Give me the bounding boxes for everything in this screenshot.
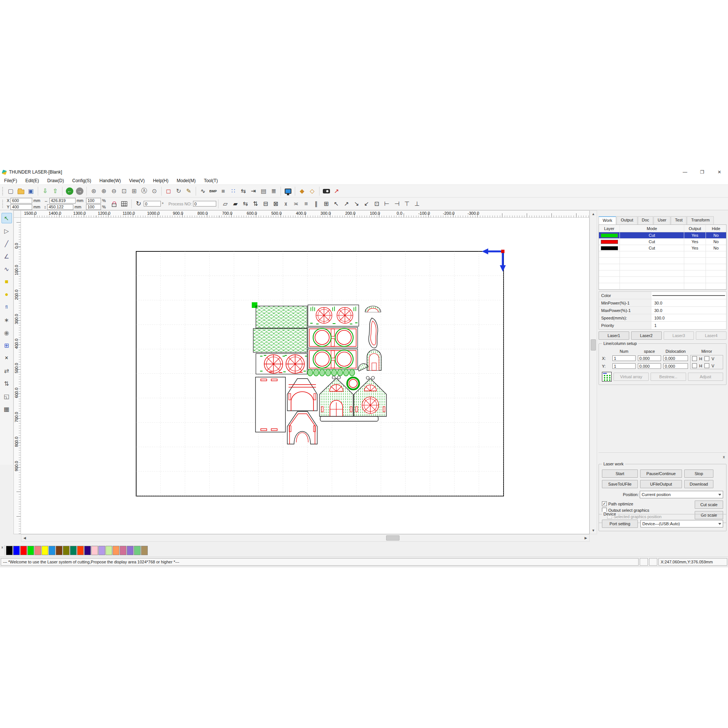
tab-transform[interactable]: Transform bbox=[687, 216, 714, 225]
mirror-h-icon[interactable]: ⇄ bbox=[2, 366, 12, 376]
shear-left-icon[interactable]: ▱ bbox=[220, 199, 231, 209]
laser-device-icon[interactable] bbox=[321, 186, 332, 196]
laser-point-icon[interactable]: ↗ bbox=[332, 186, 341, 196]
line-tool-icon[interactable]: ╱ bbox=[2, 238, 12, 249]
h-center-icon[interactable]: )( bbox=[281, 199, 291, 209]
start-button[interactable]: Start bbox=[602, 470, 638, 478]
menu-item-tool[interactable]: Tool(T) bbox=[200, 177, 222, 184]
palette-swatch[interactable] bbox=[41, 546, 48, 555]
layer-color-swatch[interactable] bbox=[601, 234, 618, 237]
tab-doc[interactable]: Doc bbox=[638, 216, 653, 225]
close-button[interactable]: ✕ bbox=[711, 168, 728, 177]
array-copy-icon[interactable]: ▦ bbox=[2, 404, 12, 414]
align-bottom-right-icon[interactable]: ↘ bbox=[352, 199, 362, 209]
vertical-scroll-thumb[interactable] bbox=[591, 339, 596, 350]
layer-color-button[interactable] bbox=[652, 295, 725, 296]
bmp-tool-icon[interactable]: BMP bbox=[208, 186, 218, 196]
port-setting-button[interactable]: Port setting bbox=[602, 520, 638, 528]
undo-icon[interactable]: ← bbox=[64, 186, 75, 196]
palette-swatch[interactable] bbox=[49, 546, 55, 555]
save-to-ufile-button[interactable]: SaveToUFile bbox=[602, 480, 638, 488]
tab-user[interactable]: User bbox=[653, 216, 670, 225]
palette-swatch[interactable] bbox=[141, 546, 148, 555]
layer-row[interactable]: CutYesNo bbox=[599, 245, 726, 251]
cut-scale-button[interactable]: Cut scale bbox=[695, 500, 723, 509]
num-field[interactable]: 1 bbox=[612, 355, 636, 361]
panel-close-icon[interactable]: x bbox=[721, 454, 726, 459]
frame-panel-bottom[interactable] bbox=[308, 349, 358, 370]
h-equal-space-icon[interactable]: ≡ bbox=[301, 199, 311, 209]
param-value[interactable]: 30.0 bbox=[651, 307, 726, 314]
tab-test[interactable]: Test bbox=[671, 216, 687, 225]
menu-item-edit[interactable]: Edit(E) bbox=[21, 177, 43, 184]
palette-swatch[interactable] bbox=[106, 546, 112, 555]
mirror-h-checkbox[interactable] bbox=[692, 356, 697, 361]
zoom-page-icon[interactable]: ⊡ bbox=[119, 186, 129, 196]
menu-item-file[interactable]: File(F) bbox=[0, 177, 21, 184]
array-preview-icon[interactable] bbox=[602, 372, 612, 382]
width-field[interactable]: 426.819 bbox=[49, 198, 76, 203]
pause-continue-button[interactable]: Pause/Continue bbox=[640, 470, 682, 478]
download-button[interactable]: Download bbox=[684, 480, 713, 488]
wall-panel-left[interactable] bbox=[256, 353, 307, 374]
layer-hide-cell[interactable]: No bbox=[706, 245, 726, 251]
tab-work[interactable]: Work bbox=[598, 216, 616, 225]
wall-panel-right-top[interactable] bbox=[308, 305, 359, 326]
maximize-button[interactable]: ❐ bbox=[694, 168, 711, 177]
same-both-icon[interactable]: ⊠ bbox=[271, 199, 281, 209]
bestrew-button[interactable]: Bestrew... bbox=[650, 373, 686, 381]
menu-item-draw[interactable]: Draw(D) bbox=[43, 177, 68, 184]
height-field[interactable]: 450.122 bbox=[47, 204, 73, 210]
layer-output-cell[interactable]: Yes bbox=[684, 239, 706, 245]
align-bottom-left-icon[interactable]: ↙ bbox=[362, 199, 372, 209]
scroll-right-icon[interactable]: ▶ bbox=[583, 535, 589, 541]
menu-item-help[interactable]: Help(H) bbox=[149, 177, 173, 184]
layer-row[interactable]: CutYesNo bbox=[599, 232, 726, 239]
menu-item-model[interactable]: Model(M) bbox=[173, 177, 200, 184]
align-top-icon[interactable]: ⊤ bbox=[402, 199, 412, 209]
layer-color-cell[interactable] bbox=[599, 239, 620, 245]
panel-splitter[interactable] bbox=[598, 453, 726, 453]
param-value[interactable]: 30.0 bbox=[651, 299, 726, 306]
palette-swatch[interactable] bbox=[77, 546, 84, 555]
palette-swatch[interactable] bbox=[134, 546, 141, 555]
text-tool-icon[interactable]: fI bbox=[2, 302, 12, 312]
palette-swatch[interactable] bbox=[56, 546, 63, 555]
layer-color-cell[interactable] bbox=[599, 232, 620, 238]
palette-swatch[interactable] bbox=[70, 546, 77, 555]
rect-tool-icon[interactable]: ■ bbox=[2, 277, 12, 287]
zoom-view-icon[interactable]: ⊙ bbox=[149, 186, 159, 196]
size-table-icon[interactable] bbox=[119, 199, 130, 209]
layer-output-cell[interactable]: Yes bbox=[684, 232, 706, 238]
monitor-icon[interactable] bbox=[283, 186, 293, 196]
delete-tool-icon[interactable]: × bbox=[2, 353, 12, 363]
toolbar-grip[interactable] bbox=[2, 200, 4, 208]
h-distribute-icon[interactable]: ⇆ bbox=[238, 186, 248, 196]
minimize-button[interactable]: — bbox=[676, 168, 694, 177]
horizontal-scrollbar[interactable]: ◀ ▶ bbox=[21, 534, 590, 542]
layer-row[interactable]: CutYesNo bbox=[599, 239, 726, 245]
palette-swatch[interactable] bbox=[127, 546, 133, 555]
v-center-icon[interactable]: ≍ bbox=[291, 199, 301, 209]
roof-panel-1[interactable] bbox=[256, 306, 307, 328]
rotate-angle-field[interactable]: 0 bbox=[144, 201, 161, 206]
select-tool-icon[interactable]: ↖ bbox=[2, 213, 12, 223]
palette-swatch[interactable] bbox=[20, 546, 27, 555]
fill-rect-icon[interactable]: ■ bbox=[218, 186, 228, 196]
scroll-up-icon[interactable]: ▲ bbox=[590, 211, 597, 217]
layer-color-swatch[interactable] bbox=[601, 246, 618, 250]
ungroup-icon[interactable]: ◇ bbox=[307, 186, 317, 196]
menu-item-view[interactable]: View(V) bbox=[125, 177, 149, 184]
point-tool-icon[interactable]: ∗ bbox=[2, 315, 12, 325]
set-origin-icon[interactable]: ◱ bbox=[2, 391, 12, 401]
same-size-icon[interactable]: ⊟ bbox=[261, 199, 271, 209]
zoom-out-icon[interactable]: ⊖ bbox=[109, 186, 119, 196]
align-center-icon[interactable]: ⊡ bbox=[372, 199, 382, 209]
param-value[interactable]: 1 bbox=[651, 322, 726, 329]
vertical-scrollbar[interactable]: ▲ ▼ bbox=[590, 210, 597, 534]
dislocation-field[interactable]: 0.000 bbox=[663, 355, 688, 361]
mirror-h-checkbox[interactable] bbox=[692, 363, 697, 368]
door-arch-piece[interactable] bbox=[367, 350, 381, 370]
zoom-pan-icon[interactable]: ⊛ bbox=[89, 186, 99, 196]
device-select[interactable]: Device---(USB:Auto) bbox=[641, 520, 723, 528]
